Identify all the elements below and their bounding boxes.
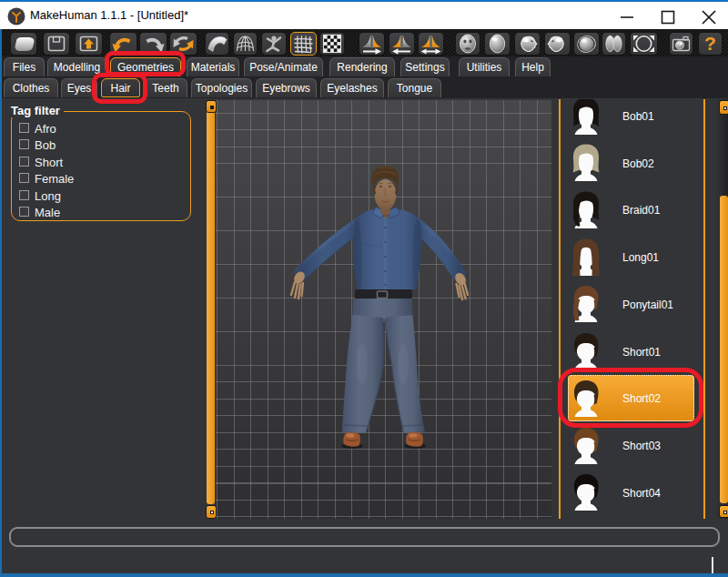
svg-text:?: ? <box>704 33 716 54</box>
